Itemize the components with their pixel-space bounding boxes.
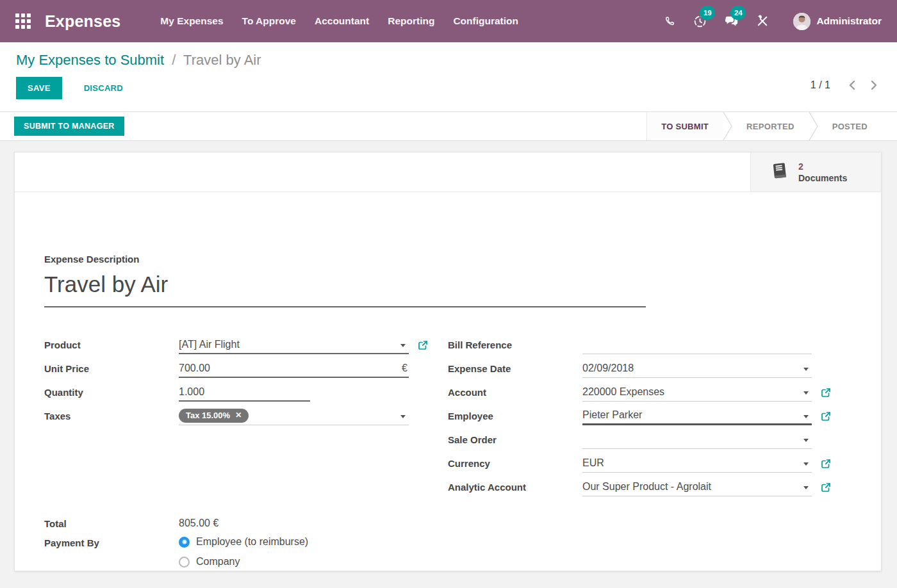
right-field-column: Bill Reference Expense Date 02/09/2018 [448, 333, 831, 499]
submit-to-manager-button[interactable]: SUBMIT TO MANAGER [14, 117, 124, 136]
menu-item-configuration[interactable]: Configuration [453, 15, 518, 27]
field-row-taxes: Taxes Tax 15.00% ✕ [44, 404, 428, 428]
field-row-account: Account 220000 Expenses [448, 380, 831, 404]
field-row-analytic-account: Analytic Account Our Super Product - Agr… [448, 475, 831, 499]
expenses-app-window: Expenses My Expenses To Approve Accounta… [0, 0, 897, 588]
status-step-to-submit[interactable]: TO SUBMIT [647, 112, 723, 140]
field-row-quantity: Quantity 1.000 [44, 380, 428, 404]
field-row-sale-order: Sale Order [448, 428, 831, 452]
chevron-down-icon[interactable] [400, 415, 406, 418]
expense-form-card: 2 Documents Expense Description Travel b… [14, 152, 882, 571]
account-external-link-icon[interactable] [821, 388, 831, 398]
product-label: Product [44, 339, 179, 350]
phone-icon[interactable] [664, 15, 676, 28]
menu-item-to-approve[interactable]: To Approve [242, 15, 296, 27]
pager-previous-icon[interactable] [844, 80, 859, 90]
chevron-down-icon[interactable] [803, 415, 809, 418]
quantity-value[interactable]: 1.000 [179, 386, 204, 398]
employee-external-link-icon[interactable] [821, 411, 831, 421]
sale-order-input[interactable] [582, 431, 812, 449]
menu-item-accountant[interactable]: Accountant [315, 15, 369, 27]
breadcrumb-parent-link[interactable]: My Expenses to Submit [16, 52, 164, 68]
chevron-down-icon[interactable] [803, 391, 809, 395]
expense-date-input[interactable]: 02/09/2018 [582, 360, 812, 378]
total-row: Total 805.00 € [44, 516, 218, 531]
form-sheet: Expense Description Travel by Air Produc… [15, 192, 881, 571]
field-row-currency: Currency EUR [448, 452, 831, 475]
bill-reference-input[interactable] [582, 336, 812, 354]
tax-tag[interactable]: Tax 15.00% ✕ [179, 409, 249, 423]
total-value: 805.00 € [179, 518, 218, 529]
chevron-down-icon[interactable] [803, 486, 809, 489]
field-row-expense-date: Expense Date 02/09/2018 [448, 357, 831, 380]
quantity-input[interactable]: 1.000 [179, 384, 310, 402]
chevron-down-icon[interactable] [803, 462, 809, 466]
field-row-bill-reference: Bill Reference [448, 333, 831, 357]
currency-input[interactable]: EUR [582, 455, 812, 473]
payment-by-label: Payment By [44, 536, 179, 576]
analytic-account-label: Analytic Account [448, 482, 582, 493]
chevron-down-icon[interactable] [400, 344, 406, 347]
employee-value[interactable]: Pieter Parker [582, 409, 642, 421]
product-input[interactable]: [AT] Air Flight [179, 336, 409, 354]
left-field-column: Product [AT] Air Flight [44, 333, 428, 428]
messages-icon[interactable]: 24 [724, 15, 739, 28]
chevron-down-icon[interactable] [803, 368, 809, 371]
user-name[interactable]: Administrator [816, 15, 882, 27]
unit-price-input[interactable]: 700.00 € [179, 360, 409, 378]
documents-label: Documents [798, 172, 847, 184]
expense-date-value[interactable]: 02/09/2018 [582, 363, 634, 374]
control-panel: My Expenses to Submit / Travel by Air SA… [0, 42, 897, 112]
record-pager: 1 / 1 [811, 79, 882, 91]
documents-count: 2 [798, 161, 847, 172]
expense-description-input[interactable]: Travel by Air [44, 268, 646, 307]
currency-suffix: € [402, 363, 407, 374]
tools-icon[interactable] [756, 15, 769, 28]
step-separator-icon [809, 112, 818, 140]
menu-item-reporting[interactable]: Reporting [388, 15, 434, 27]
total-label: Total [44, 518, 179, 529]
analytic-account-input[interactable]: Our Super Product - Agrolait [582, 478, 812, 496]
analytic-account-value[interactable]: Our Super Product - Agrolait [582, 481, 711, 493]
tag-remove-icon[interactable]: ✕ [235, 411, 242, 420]
taxes-label: Taxes [44, 411, 179, 421]
statusbar: SUBMIT TO MANAGER TO SUBMIT REPORTED POS… [0, 112, 897, 141]
field-row-product: Product [AT] Air Flight [44, 333, 428, 357]
bill-reference-label: Bill Reference [448, 339, 582, 350]
save-button[interactable]: SAVE [16, 77, 62, 99]
employee-input[interactable]: Pieter Parker [582, 407, 812, 425]
chevron-down-icon[interactable] [803, 439, 809, 442]
product-value[interactable]: [AT] Air Flight [179, 339, 240, 350]
currency-external-link-icon[interactable] [821, 459, 831, 469]
payment-option-company-label: Company [196, 556, 240, 568]
status-step-posted[interactable]: POSTED [818, 112, 882, 140]
unit-price-label: Unit Price [44, 363, 179, 374]
status-step-reported[interactable]: REPORTED [732, 112, 809, 140]
payment-option-company[interactable]: Company [179, 556, 308, 568]
main-menu: My Expenses To Approve Accountant Report… [160, 15, 518, 27]
currency-label: Currency [448, 458, 582, 469]
account-value[interactable]: 220000 Expenses [582, 386, 664, 398]
currency-value[interactable]: EUR [582, 457, 604, 469]
analytic-account-external-link-icon[interactable] [821, 482, 831, 493]
sale-order-label: Sale Order [448, 434, 582, 445]
breadcrumb: My Expenses to Submit / Travel by Air [16, 52, 882, 69]
user-avatar[interactable] [793, 13, 811, 30]
activities-clock-icon[interactable]: 19 [693, 15, 707, 28]
menu-item-my-expenses[interactable]: My Expenses [160, 15, 223, 27]
account-input[interactable]: 220000 Expenses [582, 384, 812, 402]
product-external-link-icon[interactable] [418, 340, 428, 350]
field-row-employee: Employee Pieter Parker [448, 404, 831, 428]
apps-menu-icon[interactable] [15, 13, 31, 29]
documents-button[interactable]: 2 Documents [750, 152, 881, 192]
discard-button[interactable]: DISCARD [75, 77, 132, 99]
breadcrumb-separator: / [172, 52, 176, 68]
account-label: Account [448, 387, 582, 398]
unit-price-value[interactable]: 700.00 [179, 363, 210, 374]
expense-date-label: Expense Date [448, 363, 582, 374]
radio-unselected-icon[interactable] [179, 557, 190, 568]
taxes-input[interactable]: Tax 15.00% ✕ [179, 407, 409, 425]
radio-selected-icon[interactable] [179, 537, 190, 548]
pager-next-icon[interactable] [867, 80, 882, 90]
payment-option-employee[interactable]: Employee (to reimburse) [179, 536, 308, 548]
